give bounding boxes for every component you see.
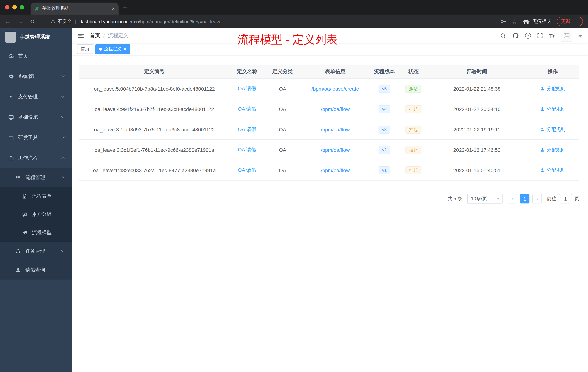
fullscreen-icon[interactable] — [537, 33, 543, 39]
update-button[interactable]: 更新 ⋮ — [557, 17, 583, 26]
page-number-button[interactable]: 1 — [520, 194, 529, 203]
tag-close-icon[interactable]: × — [124, 47, 126, 51]
toolbox-icon — [8, 135, 14, 141]
chevron-down-icon — [61, 74, 64, 77]
hamburger-icon[interactable] — [72, 33, 90, 39]
form-link[interactable]: /bpm/oa/flow — [301, 127, 370, 132]
cell-definition-id: oa_leave:3:1fad3d93-7b75-11ec-a3c8-acde4… — [79, 127, 230, 132]
sidebar-item-leave-query[interactable]: 请假查询 — [0, 261, 72, 280]
incognito-badge: 无痕模式 — [523, 18, 551, 25]
browser-tabstrip: 芋道管理系统 × + — [0, 0, 588, 15]
browser-tab[interactable]: 芋道管理系统 × — [31, 2, 118, 15]
assign-rule-button[interactable]: 分配规则 — [540, 167, 566, 174]
definition-name-link[interactable]: OA 请假 — [230, 85, 264, 92]
definition-name-link[interactable]: OA 请假 — [230, 146, 264, 153]
column-header: 表单信息 — [301, 68, 370, 75]
font-size-icon[interactable]: TT — [549, 33, 555, 38]
send-icon — [22, 230, 28, 236]
form-link[interactable]: /bpm/oa/flow — [301, 106, 370, 112]
github-icon[interactable] — [513, 33, 519, 39]
tab-close-icon[interactable]: × — [112, 6, 115, 11]
help-icon[interactable]: ? — [525, 33, 531, 39]
sidebar-item-label: 用户分组 — [32, 211, 52, 218]
sidebar-logo[interactable]: 芋道管理系统 — [0, 28, 72, 46]
user-icon — [540, 168, 545, 173]
tag-label: 首页 — [81, 46, 89, 52]
minimize-window-button[interactable] — [12, 5, 17, 10]
version-badge: v5 — [378, 85, 390, 93]
user-icon — [540, 127, 545, 132]
chevron-up-icon — [61, 157, 64, 160]
logo-title: 芋道管理系统 — [20, 34, 50, 40]
version-badge: v2 — [378, 146, 390, 154]
assign-rule-button[interactable]: 分配规则 — [540, 146, 566, 153]
sidebar-item-label: 流程管理 — [25, 174, 45, 181]
sidebar-item-user-group[interactable]: 用户分组 — [0, 205, 72, 223]
version-badge: v1 — [378, 166, 390, 174]
user-icon — [15, 267, 21, 273]
reload-button[interactable]: ↻ — [30, 18, 35, 25]
warning-icon: ⚠ — [51, 19, 55, 24]
assign-rule-button[interactable]: 分配规则 — [540, 126, 566, 133]
address-bar[interactable]: dashboard.yudao.iocoder.cn/bpm/manager/d… — [79, 19, 221, 24]
prev-page-button[interactable]: ‹ — [508, 194, 517, 203]
sidebar-item-process-form[interactable]: 流程表单 — [0, 187, 72, 205]
chevron-down-icon — [61, 94, 64, 98]
definition-name-link[interactable]: OA 请假 — [230, 106, 264, 112]
goto-label: 前往 — [547, 196, 556, 202]
browser-menu-icon[interactable]: ⋮ — [573, 19, 578, 24]
sidebar-item-infrastructure[interactable]: 基础设施 — [0, 107, 72, 127]
sidebar-item-task-management[interactable]: 任务管理 — [0, 242, 72, 261]
site-security-chip[interactable]: ⚠ 不安全 — [51, 18, 72, 25]
definition-name-link[interactable]: OA 请假 — [230, 126, 264, 133]
breadcrumb: 首页 / 流程定义 — [90, 33, 128, 39]
tree-icon — [15, 248, 21, 254]
sidebar-item-label: 流程表单 — [32, 193, 52, 199]
security-label: 不安全 — [57, 18, 72, 25]
sidebar-item-workflow[interactable]: 工作流程 — [0, 148, 72, 168]
page-size-select[interactable]: 10条/页 — [467, 194, 503, 204]
user-icon — [540, 107, 545, 111]
back-button[interactable]: ← — [5, 18, 11, 25]
avatar[interactable] — [561, 30, 572, 42]
assign-rule-button[interactable]: 分配规则 — [540, 106, 566, 112]
incognito-label: 无痕模式 — [532, 18, 551, 25]
search-icon[interactable] — [500, 33, 506, 39]
table-row: oa_leave:2:3c1f0ef1-76b1-11ec-9c66-a2380… — [79, 140, 579, 160]
column-header: 定义名称 — [230, 68, 264, 75]
sidebar-item-payment[interactable]: ¥ 支付管理 — [0, 87, 72, 107]
sidebar-item-process-model[interactable]: 流程模型 — [0, 223, 72, 242]
goto-page-input[interactable] — [559, 194, 572, 203]
close-window-button[interactable] — [5, 5, 10, 10]
chevron-up-icon — [61, 176, 64, 180]
cell-definition-id: oa_leave:5:004b710b-7b8a-11ec-8ef0-acde4… — [79, 86, 230, 92]
caret-down-icon[interactable] — [578, 35, 582, 37]
forward-button[interactable]: → — [17, 18, 23, 25]
next-page-button[interactable]: › — [532, 194, 542, 203]
breadcrumb-home[interactable]: 首页 — [90, 33, 100, 39]
form-link[interactable]: /bpm/oa/flow — [301, 147, 370, 153]
url-domain: dashboard.yudao.iocoder.cn — [79, 19, 139, 24]
definition-name-link[interactable]: OA 请假 — [230, 167, 264, 174]
user-icon — [540, 86, 545, 91]
active-dot — [99, 47, 102, 50]
sidebar-item-home[interactable]: 首页 — [0, 46, 72, 66]
zoom-window-button[interactable] — [20, 5, 24, 10]
form-link[interactable]: /bpm/oa/leave/create — [301, 86, 370, 92]
new-tab-button[interactable]: + — [123, 3, 127, 11]
breadcrumb-current: 流程定义 — [108, 33, 128, 39]
assign-rule-button[interactable]: 分配规则 — [540, 85, 566, 92]
bookmark-star-icon[interactable]: ☆ — [512, 18, 517, 25]
cell-definition-id: oa_leave:1:482ec033-762a-11ec-8477-a2380… — [79, 167, 230, 173]
form-link[interactable]: /bpm/oa/flow — [301, 167, 370, 173]
tag-home[interactable]: 首页 — [77, 44, 93, 54]
sidebar-item-label: 首页 — [18, 53, 28, 59]
tag-process-definition[interactable]: 流程定义 × — [95, 44, 130, 54]
status-badge: 挂起 — [405, 125, 421, 133]
column-header: 部署时间 — [428, 68, 526, 75]
sidebar-item-dev-tools[interactable]: 研发工具 — [0, 127, 72, 148]
password-key-icon[interactable] — [500, 18, 506, 25]
sidebar-item-system[interactable]: 系统管理 — [0, 66, 72, 87]
sidebar-item-process-management[interactable]: 流程管理 — [0, 168, 72, 187]
tab-title: 芋道管理系统 — [42, 5, 109, 12]
